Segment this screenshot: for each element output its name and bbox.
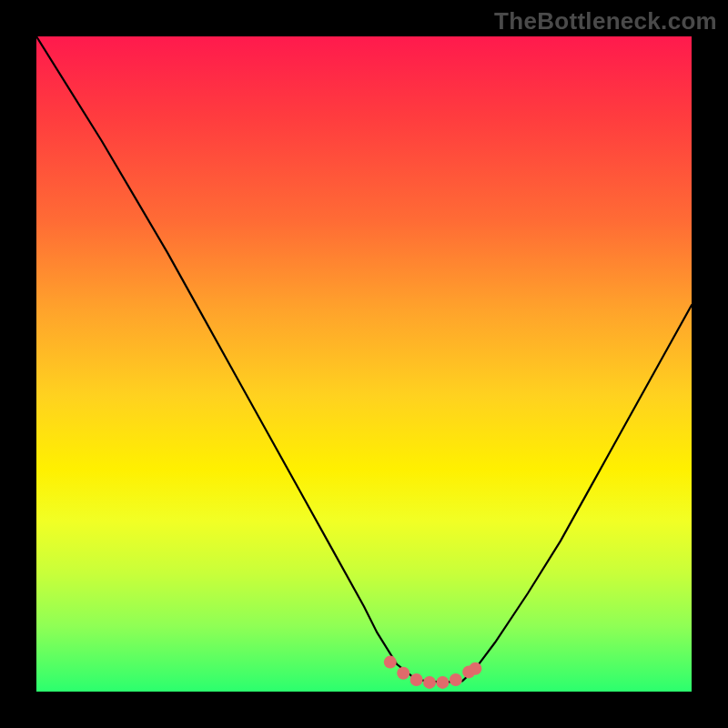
plot-area xyxy=(36,36,692,692)
marker-dot xyxy=(450,673,462,686)
chart-svg xyxy=(36,36,692,692)
marker-dot xyxy=(423,676,436,689)
optimal-range-markers xyxy=(384,656,482,689)
marker-dot xyxy=(436,676,449,689)
marker-dot xyxy=(397,667,410,680)
marker-dot xyxy=(469,662,481,675)
chart-frame: TheBottleneck.com xyxy=(0,0,728,728)
marker-dot xyxy=(384,656,397,669)
bottleneck-curve-path xyxy=(36,36,692,682)
watermark-text: TheBottleneck.com xyxy=(494,7,717,35)
marker-dot xyxy=(410,673,423,686)
